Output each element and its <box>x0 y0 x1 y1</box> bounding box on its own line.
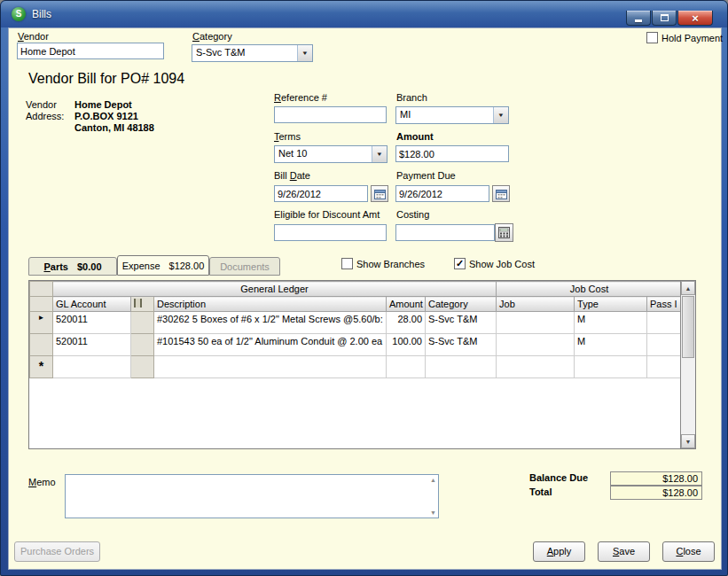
amount-input[interactable] <box>395 145 509 162</box>
cell-category[interactable]: S-Svc T&M <box>426 312 497 334</box>
cell-pass[interactable] <box>647 334 681 356</box>
memo-scroll-up-icon[interactable]: ▲ <box>430 477 436 483</box>
show-job-cost-label: Show Job Cost <box>469 259 535 269</box>
vendor-address-label: Vendor Address: <box>26 99 64 122</box>
vendor-input[interactable] <box>17 43 164 59</box>
grid-column-header-row: GL Account Description Amount Category J… <box>30 297 681 312</box>
costing-calculator-button[interactable] <box>495 223 513 242</box>
tab-expense-label: Expense <box>122 261 160 271</box>
reference-input[interactable] <box>274 106 387 123</box>
scrollbar-thumb[interactable] <box>682 296 694 358</box>
calculator-icon <box>498 227 510 238</box>
tab-documents[interactable]: Documents <box>209 257 280 276</box>
cell-category[interactable] <box>426 356 497 378</box>
cell-job[interactable] <box>497 334 575 356</box>
terms-value: Net 10 <box>275 146 372 162</box>
scroll-down-icon: ▼ <box>685 439 692 445</box>
show-branches-checkbox[interactable] <box>341 258 353 269</box>
cell-grip-button[interactable] <box>131 334 154 356</box>
cell-gl-account[interactable]: 520011 <box>53 312 131 334</box>
maximize-button[interactable] <box>652 11 677 26</box>
tab-expense[interactable]: Expense $128.00 <box>117 255 209 276</box>
cell-description[interactable] <box>154 356 387 378</box>
branch-label: Branch <box>396 92 427 103</box>
column-header-pass: Pass I <box>647 297 681 312</box>
hold-payment-checkbox-group: Hold Payment <box>646 32 723 43</box>
tab-parts[interactable]: Parts $0.00 <box>28 257 117 276</box>
apply-button[interactable]: Apply <box>533 541 585 562</box>
bill-date-input[interactable] <box>274 185 368 202</box>
cell-gl-account[interactable]: 520011 <box>53 334 131 356</box>
cell-amount[interactable] <box>387 356 426 378</box>
row-selector-current[interactable]: ► <box>30 312 53 334</box>
reference-label: Reference # <box>274 92 327 103</box>
line-items-grid: General Ledger Job Cost GL Account Descr… <box>28 280 696 449</box>
cell-type[interactable]: M <box>575 312 647 334</box>
terms-select[interactable]: Net 10 ▼ <box>274 145 387 163</box>
costing-input[interactable] <box>395 224 495 241</box>
purchase-orders-button[interactable]: Purchase Orders <box>14 541 100 562</box>
table-row-new: * <box>30 356 681 378</box>
row-selector[interactable] <box>30 334 53 356</box>
scrollbar-track[interactable] <box>681 359 695 434</box>
table-row: ► 520011 #30262 5 Boxes of #6 x 1/2" Met… <box>30 312 681 334</box>
page-title: Vendor Bill for PO# 1094 <box>28 71 184 87</box>
vendor-label: Vendor <box>18 31 49 42</box>
payment-due-calendar-button[interactable] <box>492 185 510 202</box>
branch-select[interactable]: MI ▼ <box>395 106 509 124</box>
terms-dropdown-button[interactable]: ▼ <box>372 146 387 162</box>
cell-pass[interactable] <box>647 312 681 334</box>
address-line-1: P.O.BOX 9121 <box>74 111 154 122</box>
cell-amount[interactable]: 100.00 <box>387 334 426 356</box>
balance-due-label: Balance Due <box>529 472 588 483</box>
column-header-grip <box>131 297 154 312</box>
memo-scroll-down-icon[interactable]: ▼ <box>430 510 436 516</box>
category-label: Category <box>192 31 232 42</box>
branch-dropdown-button[interactable]: ▼ <box>493 107 508 123</box>
new-row-selector[interactable]: * <box>30 356 53 378</box>
tab-documents-label: Documents <box>220 261 270 272</box>
memo-field-wrap: ▲ ▼ <box>65 474 439 518</box>
grid-vertical-scrollbar[interactable]: ▲ ▼ <box>680 281 695 448</box>
cell-type[interactable] <box>575 356 647 378</box>
cell-category[interactable]: S-Svc T&M <box>426 334 497 356</box>
cell-pass[interactable] <box>647 356 681 378</box>
discount-input[interactable] <box>274 224 387 241</box>
cell-job[interactable] <box>497 312 575 334</box>
bill-date-calendar-button[interactable] <box>371 185 388 202</box>
hold-payment-checkbox[interactable] <box>646 32 658 43</box>
cell-description[interactable]: #101543 50 ea of 1/2" Aluminum Conduit @… <box>154 334 387 356</box>
column-header-description: Description <box>154 297 387 312</box>
save-button[interactable]: Save <box>598 541 650 562</box>
cell-grip-button[interactable] <box>131 312 154 334</box>
memo-label: Memo <box>28 477 56 487</box>
grid-group-header-row: General Ledger Job Cost <box>30 282 681 297</box>
cell-description[interactable]: #30262 5 Boxes of #6 x 1/2" Metal Screws… <box>154 312 387 334</box>
scroll-up-button[interactable]: ▲ <box>681 281 695 295</box>
column-header-job: Job <box>497 297 575 312</box>
dialog-content: Vendor Category S-Svc T&M ▼ Hold Payment… <box>8 27 722 570</box>
category-select[interactable]: S-Svc T&M ▼ <box>192 44 313 62</box>
memo-input[interactable] <box>66 475 438 518</box>
show-job-cost-checkbox[interactable]: ✓ <box>454 258 466 269</box>
group-header-job-cost: Job Cost <box>497 282 681 297</box>
cell-job[interactable] <box>497 356 575 378</box>
chevron-down-icon: ▼ <box>376 152 383 157</box>
cell-amount[interactable]: 28.00 <box>387 312 426 334</box>
cell-grip-button[interactable] <box>131 356 154 378</box>
close-button[interactable]: × <box>677 11 713 26</box>
new-row-asterisk-icon: * <box>39 359 43 373</box>
payment-due-input[interactable] <box>395 185 489 202</box>
app-icon: S <box>12 7 26 21</box>
cell-gl-account[interactable] <box>53 356 131 378</box>
balance-due-value: $128.00 <box>610 471 702 486</box>
category-dropdown-button[interactable]: ▼ <box>297 45 312 61</box>
scroll-down-button[interactable]: ▼ <box>681 434 695 448</box>
title-bar[interactable]: S Bills × <box>1 1 727 27</box>
show-branches-label: Show Branches <box>356 259 425 269</box>
cell-type[interactable]: M <box>575 334 647 356</box>
address-line-2: Canton, MI 48188 <box>74 122 154 134</box>
close-dialog-button[interactable]: Close <box>662 541 715 562</box>
window-title: Bills <box>32 8 51 20</box>
minimize-button[interactable] <box>626 11 651 26</box>
